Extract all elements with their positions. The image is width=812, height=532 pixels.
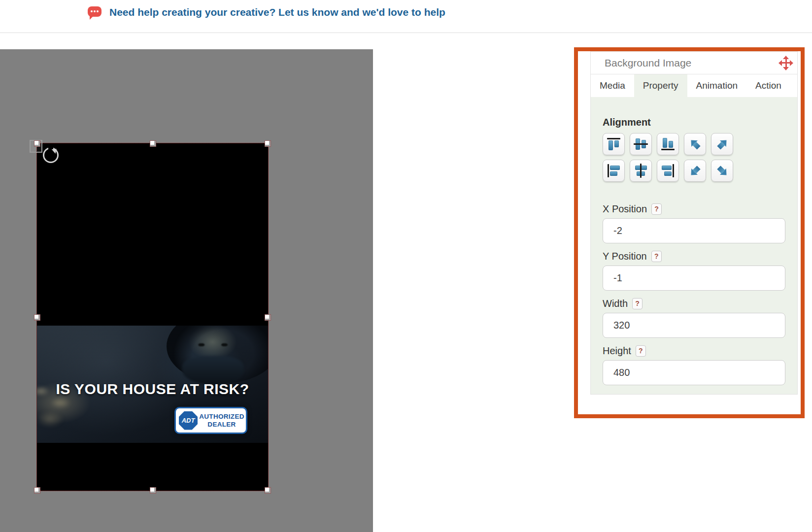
x-position-help-icon[interactable]: ? [651, 203, 662, 215]
width-label: Width ? [603, 298, 785, 309]
x-position-label: X Position ? [603, 203, 785, 215]
height-field-group: Height ? [603, 345, 785, 385]
adt-dealer-badge: ADT AUTHORIZED DEALER [174, 407, 247, 434]
rotate-icon[interactable] [43, 147, 59, 163]
arrow-down-right-icon [714, 163, 731, 179]
help-bar: Need help creating your creative? Let us… [0, 0, 812, 33]
background-image-panel: Background Image Media Property Animatio… [590, 51, 798, 395]
move-arrows-icon[interactable] [779, 57, 792, 69]
align-vertical-center-button[interactable] [630, 133, 652, 155]
align-bottom-icon [660, 136, 676, 152]
y-position-field-group: Y Position ? [603, 251, 785, 291]
handle-bottom-right[interactable] [265, 487, 271, 494]
y-position-label: Y Position ? [603, 251, 785, 262]
chat-bubble-icon [88, 6, 102, 17]
y-position-input[interactable] [603, 266, 785, 291]
adt-logo: ADT [179, 411, 198, 430]
property-tab-content: Alignment [591, 97, 797, 394]
align-top-right-button[interactable] [711, 133, 733, 155]
x-position-input[interactable] [603, 218, 785, 243]
badge-line1: AUTHORIZED [198, 413, 246, 421]
alignment-row-1 [603, 133, 785, 155]
design-canvas: IS YOUR HOUSE AT RISK? ADT AUTHORIZED DE… [0, 49, 373, 532]
height-label: Height ? [603, 345, 785, 357]
arrow-down-left-icon [687, 163, 704, 179]
help-link[interactable]: Need help creating your creative? Let us… [109, 6, 445, 18]
align-vertical-center-icon [633, 136, 648, 152]
height-label-text: Height [603, 345, 631, 357]
align-horizontal-center-icon [633, 163, 648, 178]
align-top-icon [606, 136, 621, 152]
adt-badge-text: AUTHORIZED DEALER [198, 413, 246, 429]
tab-action[interactable]: Action [746, 74, 790, 97]
panel-tabs: Media Property Animation Action [591, 74, 797, 97]
alignment-label: Alignment [603, 117, 785, 128]
align-top-left-button[interactable] [684, 133, 706, 155]
arrow-up-left-icon [687, 136, 704, 153]
x-position-label-text: X Position [603, 203, 647, 215]
tab-property[interactable]: Property [634, 74, 687, 97]
height-input[interactable] [603, 360, 785, 385]
align-bottom-right-button[interactable] [711, 160, 733, 182]
tab-animation[interactable]: Animation [687, 74, 747, 97]
handle-bottom-left[interactable] [34, 487, 40, 494]
x-position-field-group: X Position ? [603, 203, 785, 243]
panel-header: Background Image [591, 52, 797, 74]
creative-headline: IS YOUR HOUSE AT RISK? [37, 381, 268, 398]
width-field-group: Width ? [603, 298, 785, 338]
panel-title: Background Image [605, 57, 691, 69]
handle-top-right[interactable] [265, 140, 271, 147]
align-right-icon [660, 163, 676, 178]
selected-background-image[interactable]: IS YOUR HOUSE AT RISK? ADT AUTHORIZED DE… [36, 143, 269, 491]
creative-photo: IS YOUR HOUSE AT RISK? ADT AUTHORIZED DE… [37, 326, 268, 443]
align-bottom-button[interactable] [657, 133, 679, 155]
handle-bottom-middle[interactable] [150, 487, 156, 494]
width-label-text: Width [603, 298, 628, 309]
y-position-help-icon[interactable]: ? [651, 251, 662, 262]
figure-eyes [192, 342, 236, 348]
badge-line2: DEALER [198, 421, 246, 429]
align-bottom-left-button[interactable] [684, 160, 706, 182]
arrow-up-right-icon [714, 136, 731, 153]
property-fields: X Position ? Y Position ? Width ? [603, 203, 785, 385]
handle-top-left[interactable] [34, 140, 40, 147]
handle-middle-right[interactable] [265, 314, 271, 321]
align-left-icon [606, 163, 621, 178]
width-help-icon[interactable]: ? [632, 298, 643, 309]
height-help-icon[interactable]: ? [636, 345, 646, 357]
align-horizontal-center-button[interactable] [630, 160, 652, 182]
align-left-button[interactable] [603, 160, 625, 182]
align-right-button[interactable] [657, 160, 679, 182]
y-position-label-text: Y Position [603, 251, 647, 262]
width-input[interactable] [603, 313, 785, 338]
align-top-button[interactable] [603, 133, 625, 155]
alignment-row-2 [603, 160, 785, 182]
handle-middle-left[interactable] [34, 314, 40, 321]
handle-top-middle[interactable] [150, 140, 156, 147]
tab-media[interactable]: Media [591, 74, 634, 97]
